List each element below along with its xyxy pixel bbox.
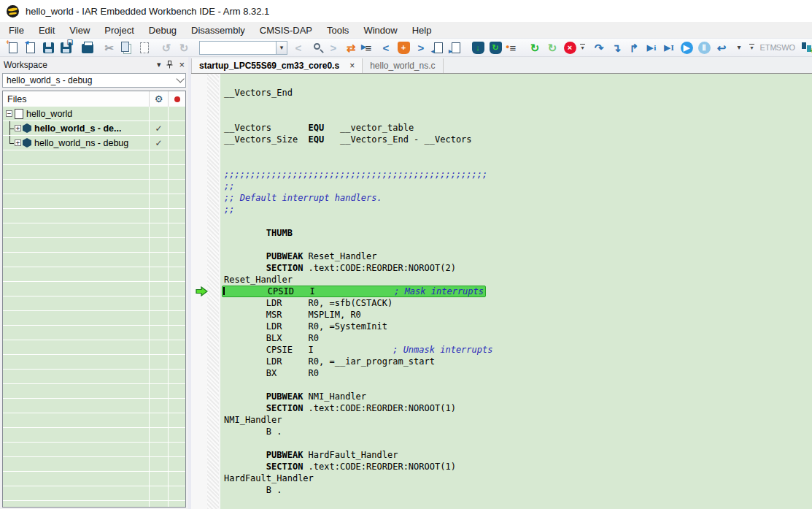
code-line[interactable] [224, 437, 812, 449]
code-line[interactable] [224, 110, 812, 122]
menu-file[interactable]: File [1, 22, 31, 38]
etm-button[interactable]: ETM [759, 39, 777, 56]
tree-item-hello-world[interactable]: −hello_world [3, 107, 185, 121]
step-into-button[interactable]: ↴ [608, 39, 625, 56]
code-line[interactable] [224, 145, 812, 157]
code-line[interactable]: BLX R0 [224, 332, 812, 344]
code-line[interactable]: SECTION .text:CODE:REORDER:NOROOT(2) [224, 262, 812, 274]
download-and-debug-button[interactable]: ↓ [469, 39, 487, 56]
menu-help[interactable]: Help [405, 22, 439, 38]
code-line[interactable]: __Vectors EQU __vector_table [224, 122, 812, 134]
code-line[interactable]: ;; [224, 204, 812, 215]
code-line[interactable]: BX R0 [224, 367, 812, 379]
step-over-button[interactable]: ↷ [590, 39, 608, 56]
pin-icon[interactable] [166, 61, 173, 69]
code-line[interactable] [224, 215, 812, 227]
code-line[interactable]: ;;;;;;;;;;;;;;;;;;;;;;;;;;;;;;;;;;;;;;;;… [224, 169, 812, 180]
code-line[interactable]: B . [224, 426, 812, 437]
gear-icon[interactable]: ⚙ [155, 93, 163, 104]
expand-icon[interactable]: + [15, 125, 21, 131]
code-line[interactable]: B . [224, 484, 812, 496]
collapse-icon[interactable]: − [6, 110, 12, 117]
reset-options-caret-button[interactable]: ▾ [730, 39, 748, 56]
goto-list-button[interactable]: ≡▶ [360, 39, 377, 56]
find-combobox[interactable]: ▾ [199, 41, 287, 55]
code-line[interactable]: SECTION .text:CODE:REORDER:NOROOT(1) [224, 402, 812, 414]
code-line[interactable]: __Vectors_End [224, 87, 812, 99]
code-line[interactable] [224, 239, 812, 250]
menu-cmsis-dap[interactable]: CMSIS-DAP [252, 22, 320, 38]
tree-item-hello-world-ns-debug[interactable]: +hello_world_ns - debug✓ [3, 136, 185, 150]
break-button[interactable]: ↻ [544, 39, 561, 56]
toggle-breakpoint-button[interactable]: + [395, 39, 412, 56]
tab-hello-world-ns-c[interactable]: hello_world_ns.c [363, 58, 443, 73]
code-line[interactable]: ;; Default interrupt handlers. [224, 192, 812, 204]
code-line[interactable]: CPSIE I ; Unmask interrupts [224, 344, 812, 356]
new-file-button[interactable]: + [4, 39, 22, 56]
tab-close-icon[interactable]: × [349, 61, 355, 71]
run-to-cursor-button[interactable]: ▶I [660, 39, 678, 56]
nav-forward-button[interactable]: > [325, 39, 342, 56]
debug-without-downloading-button[interactable]: ↻ [487, 39, 504, 56]
workspace-close-icon[interactable]: × [179, 60, 185, 69]
step-out-button[interactable]: ↱ [625, 39, 643, 56]
print-button[interactable] [79, 39, 96, 56]
reset-return-button[interactable]: ↩ [713, 39, 730, 56]
code-line[interactable]: MSR MSPLIM, R0 [224, 309, 812, 321]
code-line[interactable]: PUBWEAK Reset_Handler [224, 250, 812, 262]
cut-button[interactable]: ✂ [101, 39, 118, 56]
code-line[interactable]: HardFault_Handler [224, 472, 812, 484]
nav-back-button[interactable]: < [290, 39, 307, 56]
next-bookmark-button[interactable]: > [412, 39, 430, 56]
expand-icon[interactable]: + [15, 139, 21, 146]
code-line[interactable] [224, 496, 812, 508]
code-line[interactable]: NMI_Handler [224, 414, 812, 426]
prev-document-button[interactable]: ◂ [430, 39, 447, 56]
prev-bookmark-button[interactable]: < [377, 39, 395, 56]
editor-gutter[interactable] [191, 74, 220, 509]
reset-button[interactable]: ↻ [526, 39, 544, 56]
copy-button[interactable] [118, 39, 136, 56]
swo-button[interactable]: SWO [777, 39, 794, 56]
code-line[interactable]: PUBWEAK HardFault_Handler [224, 449, 812, 461]
code-line[interactable]: THUMB [224, 227, 812, 239]
find-button[interactable] [307, 39, 325, 56]
code-line[interactable]: __Vectors_Size EQU __Vectors_End - __Vec… [224, 134, 812, 145]
pause-button[interactable]: Ⅱ [695, 39, 713, 56]
workspace-menu-caret-icon[interactable]: ▾ [157, 61, 161, 69]
stop-debugger-button[interactable]: × [561, 39, 579, 56]
menu-debug[interactable]: Debug [142, 22, 184, 38]
save-all-button[interactable]: ❏ [57, 39, 74, 56]
tab-startup-LPC55S69-cm33-core0-s[interactable]: startup_LPC55S69_cm33_core0.s× [191, 58, 363, 73]
code-line[interactable]: LDR R0, =SystemInit [224, 321, 812, 332]
code-line[interactable]: ;; [224, 180, 812, 192]
menu-project[interactable]: Project [97, 22, 141, 38]
memory-add-button[interactable]: + [798, 39, 812, 56]
find-dropdown-button[interactable]: ▾ [276, 41, 287, 55]
go-button[interactable]: ▶ [678, 39, 695, 56]
code-line[interactable] [224, 157, 812, 169]
open-file-button[interactable]: ◄ [22, 39, 39, 56]
code-line[interactable] [224, 99, 812, 110]
find-swap-button[interactable]: ⇄ [342, 39, 360, 56]
code-line[interactable]: LDR R0, =sfb(CSTACK) [224, 297, 812, 309]
redo-button[interactable]: ↻ [175, 39, 193, 56]
next-document-button[interactable]: ▸ [447, 39, 465, 56]
code-line[interactable]: SECTION .text:CODE:REORDER:NOROOT(1) [224, 461, 812, 472]
code-area[interactable]: __Vectors_End__Vectors EQU __vector_tabl… [220, 74, 812, 509]
code-line[interactable]: PUBWEAK NMI_Handler [224, 391, 812, 402]
code-line[interactable]: LDR R0, =__iar_program_start [224, 356, 812, 367]
menu-window[interactable]: Window [356, 22, 404, 38]
next-statement-button[interactable]: ▶i [643, 39, 660, 56]
paste-button[interactable] [136, 39, 153, 56]
breakpoints-window-button[interactable]: ≡● [504, 39, 522, 56]
menu-view[interactable]: View [62, 22, 97, 38]
debug-toolbar-overflow-icon[interactable]: ▾ [749, 39, 754, 56]
menu-edit[interactable]: Edit [31, 22, 62, 38]
undo-button[interactable]: ↺ [158, 39, 175, 56]
code-line[interactable] [224, 379, 812, 391]
menu-disassembly[interactable]: Disassembly [184, 22, 252, 38]
config-selector[interactable]: hello_world_s - debug [2, 73, 186, 88]
find-input[interactable] [199, 41, 276, 55]
toolbar-overflow-icon[interactable]: ▾ [580, 39, 585, 56]
